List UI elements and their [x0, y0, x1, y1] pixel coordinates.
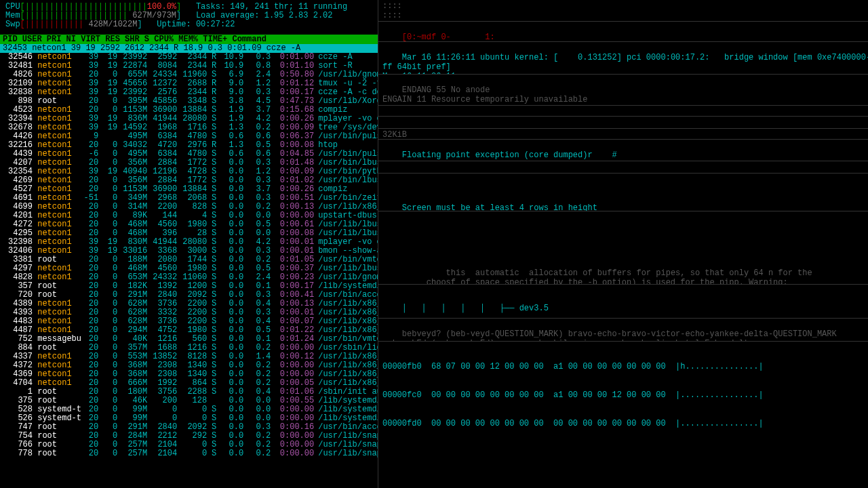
process-row[interactable]: 778 root 20 0 257M 2104 0S 0.00.20:00.00…: [0, 449, 378, 458]
pane-tmux-status: [0:~mdf 0- 1: [SHA256]: [378, 22, 868, 42]
swp-label: Swp: [5, 20, 20, 29]
pane-errors: ENDANG 55 No anode ENGAIN 11 Resource te…: [378, 75, 868, 106]
pane-buffer-note: this automatic allocation of buffers for…: [378, 211, 868, 285]
pane-top-dim: :::: ::::: [378, 0, 868, 22]
pane-av-line: A: 14.3 V: 24.3 A-V:-10.378 ct: -1.138 3…: [378, 161, 868, 174]
pane-speedometer-title: 32KiBSpeedometer 2.8: [378, 106, 868, 117]
pane-speedometer-tx: TX: ens33 0 B/s 0 B/s 0 B/s: [378, 117, 868, 129]
cpu-label: CPU: [5, 2, 20, 12]
htop-panel: CPU[|||||||||||||||||||||||||100.0%] Tas…: [0, 0, 378, 488]
right-multiplex-panel: :::: :::: [0:~mdf 0- 1: [SHA256] Mar 16 …: [378, 0, 868, 488]
htop-process-list[interactable]: 32546 netcon139192399225922344R10.90.30:…: [0, 53, 378, 458]
htop-meters: CPU[|||||||||||||||||||||||||100.0%] Tas…: [0, 0, 378, 30]
pane-dev-tree: │ │ │ │ │ ├── dev3.5 │ │ │ │ │ │ ├── ata…: [378, 285, 868, 319]
tasks-line: Tasks: 149, 241 thr; 11 running: [196, 2, 347, 12]
uptime: Uptime: 00:27:22: [157, 20, 235, 29]
pane-hexdump: 00000fb0 68 07 00 00 12 00 00 00 a1 00 0…: [378, 342, 868, 449]
pane-screen-min: Screen must be at least 4 rows in height: [378, 174, 868, 211]
mem-label: Mem: [5, 11, 20, 20]
pane-fpe: Floating point exception (core dumped)r …: [378, 140, 868, 161]
pane-phonetic: bebveyd? (beb-veyd-QUESTION_MARK) bravo-…: [378, 319, 868, 342]
pane-speedometer-sz2: 32KiB: [378, 129, 868, 140]
pane-syslog: Mar 16 11:26:11 ubuntu kernel: [ 0.13125…: [378, 42, 868, 75]
htop-columns[interactable]: PID USER PRI NI VIRT RES SHR S CPU% MEM%…: [0, 35, 378, 44]
load-avg: Load average: 1.95 2.83 2.02: [196, 11, 333, 20]
